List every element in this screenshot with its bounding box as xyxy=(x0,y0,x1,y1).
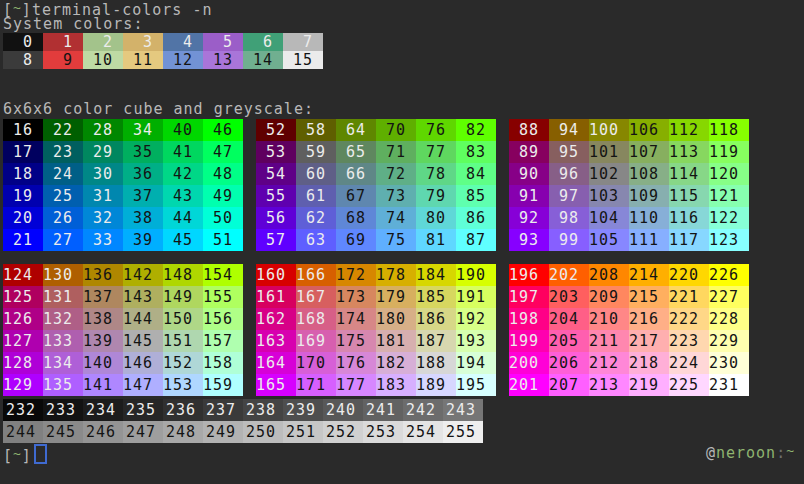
color-cell: 82 xyxy=(456,119,496,141)
cube-label: 6x6x6 color cube and greyscale: xyxy=(3,100,314,118)
color-cell: 156 xyxy=(203,308,243,330)
cube-row: 162168174180186192 xyxy=(256,308,496,330)
color-cell: 0 xyxy=(3,33,43,51)
color-cell: 253 xyxy=(363,421,403,443)
cube-block-124: 1241301361421481541251311371431491551261… xyxy=(3,264,243,396)
system-colors-label: System colors: xyxy=(3,15,143,33)
color-cell: 93 xyxy=(509,229,549,251)
color-cell: 155 xyxy=(203,286,243,308)
color-cell: 39 xyxy=(123,229,163,251)
cube-row: 556167737985 xyxy=(256,185,496,207)
color-cell: 124 xyxy=(3,264,43,286)
color-cell: 199 xyxy=(509,330,549,352)
color-cell: 145 xyxy=(123,330,163,352)
color-cell: 54 xyxy=(256,163,296,185)
status-line-right: @neroon:~ xyxy=(706,444,795,463)
cube-block-160: 1601661721781841901611671731791851911621… xyxy=(256,264,496,396)
color-cell: 34 xyxy=(123,119,163,141)
color-cell: 174 xyxy=(336,308,376,330)
cube-row: 535965717783 xyxy=(256,141,496,163)
cube-row: 202632384450 xyxy=(3,207,243,229)
color-cell: 84 xyxy=(456,163,496,185)
color-cell: 63 xyxy=(296,229,336,251)
color-cell: 200 xyxy=(509,352,549,374)
color-cell: 169 xyxy=(296,330,336,352)
cube-row: 129135141147153159 xyxy=(3,374,243,396)
color-cell: 61 xyxy=(296,185,336,207)
cube-row: 576369758187 xyxy=(256,229,496,251)
color-cell: 186 xyxy=(416,308,456,330)
color-cell: 183 xyxy=(376,374,416,396)
color-cell: 78 xyxy=(416,163,456,185)
color-cell: 163 xyxy=(256,330,296,352)
color-cell: 231 xyxy=(709,374,749,396)
color-cell: 3 xyxy=(123,33,163,51)
color-cell: 224 xyxy=(669,352,709,374)
color-cell: 150 xyxy=(163,308,203,330)
color-cell: 36 xyxy=(123,163,163,185)
status-colon: : xyxy=(776,444,786,462)
color-cell: 85 xyxy=(456,185,496,207)
color-cell: 38 xyxy=(123,207,163,229)
color-cell: 123 xyxy=(709,229,749,251)
color-cell: 227 xyxy=(709,286,749,308)
color-cell: 25 xyxy=(43,185,83,207)
cube-row: 9096102108114120 xyxy=(509,163,749,185)
cube-row: 192531374349 xyxy=(3,185,243,207)
color-cell: 131 xyxy=(43,286,83,308)
color-cell: 160 xyxy=(256,264,296,286)
color-cell: 20 xyxy=(3,207,43,229)
cube-row: 160166172178184190 xyxy=(256,264,496,286)
color-cell: 133 xyxy=(43,330,83,352)
color-cell: 73 xyxy=(376,185,416,207)
color-cell: 137 xyxy=(83,286,123,308)
color-cell: 100 xyxy=(589,119,629,141)
color-cell: 44 xyxy=(163,207,203,229)
color-cell: 21 xyxy=(3,229,43,251)
color-cell: 206 xyxy=(549,352,589,374)
color-cell: 87 xyxy=(456,229,496,251)
color-cell: 40 xyxy=(163,119,203,141)
color-cell: 47 xyxy=(203,141,243,163)
cube-row: 172329354147 xyxy=(3,141,243,163)
cube-row: 9197103109115121 xyxy=(509,185,749,207)
color-cell: 107 xyxy=(629,141,669,163)
color-cell: 204 xyxy=(549,308,589,330)
color-cell: 153 xyxy=(163,374,203,396)
cube-row: 124130136142148154 xyxy=(3,264,243,286)
color-cell: 177 xyxy=(336,374,376,396)
color-cell: 245 xyxy=(43,421,83,443)
color-cell: 14 xyxy=(243,51,283,69)
color-cell: 239 xyxy=(283,399,323,421)
color-cell: 56 xyxy=(256,207,296,229)
terminal-window[interactable]: [~]terminal-colors -n System colors: 012… xyxy=(0,0,804,484)
color-cell: 201 xyxy=(509,374,549,396)
color-cell: 168 xyxy=(296,308,336,330)
color-cell: 51 xyxy=(203,229,243,251)
cube-row: 566268748086 xyxy=(256,207,496,229)
color-cell: 249 xyxy=(203,421,243,443)
color-cell: 33 xyxy=(83,229,123,251)
color-cell: 244 xyxy=(3,421,43,443)
color-cell: 109 xyxy=(629,185,669,207)
color-cell: 64 xyxy=(336,119,376,141)
color-cell: 170 xyxy=(296,352,336,374)
color-cell: 166 xyxy=(296,264,336,286)
color-cell: 89 xyxy=(509,141,549,163)
color-cell: 69 xyxy=(336,229,376,251)
cube-row: 125131137143149155 xyxy=(3,286,243,308)
color-cell: 5 xyxy=(203,33,243,51)
color-cell: 247 xyxy=(123,421,163,443)
color-cell: 185 xyxy=(416,286,456,308)
color-cell: 220 xyxy=(669,264,709,286)
color-cell: 22 xyxy=(43,119,83,141)
cube-row: 8995101107113119 xyxy=(509,141,749,163)
color-cell: 237 xyxy=(203,399,243,421)
color-cell: 19 xyxy=(3,185,43,207)
color-cell: 117 xyxy=(669,229,709,251)
color-cell: 188 xyxy=(416,352,456,374)
color-cell: 4 xyxy=(163,33,203,51)
cube-row: 128134140146152158 xyxy=(3,352,243,374)
color-cell: 75 xyxy=(376,229,416,251)
color-cell: 136 xyxy=(83,264,123,286)
